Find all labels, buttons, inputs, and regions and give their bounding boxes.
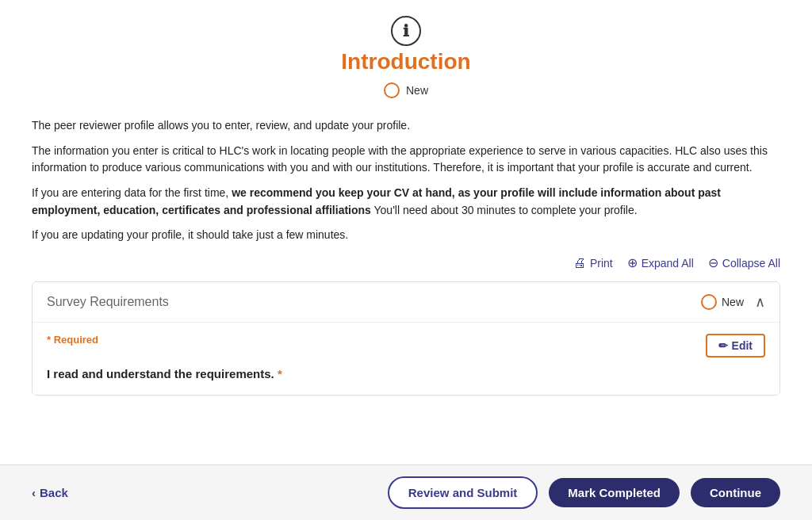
survey-header-right: New ∧: [701, 293, 765, 311]
description-3: If you are entering data for the first t…: [32, 185, 780, 219]
status-row: New: [384, 82, 428, 98]
continue-button[interactable]: Continue: [691, 478, 780, 507]
survey-header: Survey Requirements New ∧: [33, 282, 779, 323]
description-2: The information you enter is critical to…: [32, 143, 780, 177]
survey-body: * Required ✏ Edit I read and understand …: [33, 323, 779, 395]
description-1: The peer reviewer profile allows you to …: [32, 117, 780, 135]
footer-buttons: Review and Submit Mark Completed Continu…: [388, 476, 780, 509]
back-link[interactable]: ‹ Back: [32, 486, 68, 499]
description-section: The peer reviewer profile allows you to …: [32, 117, 780, 244]
survey-status-row: New: [701, 294, 744, 310]
review-submit-button[interactable]: Review and Submit: [388, 476, 538, 509]
print-button[interactable]: 🖨 Print: [573, 256, 613, 270]
plus-circle-icon: ⊕: [627, 255, 638, 270]
edit-button[interactable]: ✏ Edit: [706, 334, 765, 358]
chevron-left-icon: ‹: [32, 486, 36, 499]
mark-completed-button[interactable]: Mark Completed: [549, 478, 680, 507]
pencil-icon: ✏: [718, 339, 728, 352]
toolbar: 🖨 Print ⊕ Expand All ⊖ Collapse All: [32, 255, 780, 273]
status-label: New: [406, 84, 428, 97]
footer-bar: ‹ Back Review and Submit Mark Completed …: [0, 465, 812, 520]
description-4: If you are updating your profile, it sho…: [32, 227, 780, 244]
chevron-up-icon[interactable]: ∧: [755, 293, 765, 311]
survey-status-label: New: [722, 296, 744, 308]
survey-body-header: * Required ✏ Edit: [47, 334, 765, 358]
minus-circle-icon: ⊖: [708, 255, 718, 270]
required-label: * Required: [47, 334, 98, 346]
print-icon: 🖨: [573, 256, 586, 270]
survey-status-radio: [701, 294, 717, 310]
required-star: *: [278, 367, 282, 380]
page-header: ℹ Introduction New: [32, 16, 780, 103]
requirement-text: I read and understand the requirements. …: [47, 367, 765, 380]
page-title: Introduction: [341, 49, 470, 75]
expand-all-button[interactable]: ⊕ Expand All: [627, 255, 694, 270]
info-icon: ℹ: [391, 16, 421, 46]
survey-title: Survey Requirements: [47, 295, 169, 309]
survey-card: Survey Requirements New ∧ * Required ✏ E…: [32, 281, 780, 396]
collapse-all-button[interactable]: ⊖ Collapse All: [708, 255, 780, 270]
status-radio: [384, 82, 400, 98]
